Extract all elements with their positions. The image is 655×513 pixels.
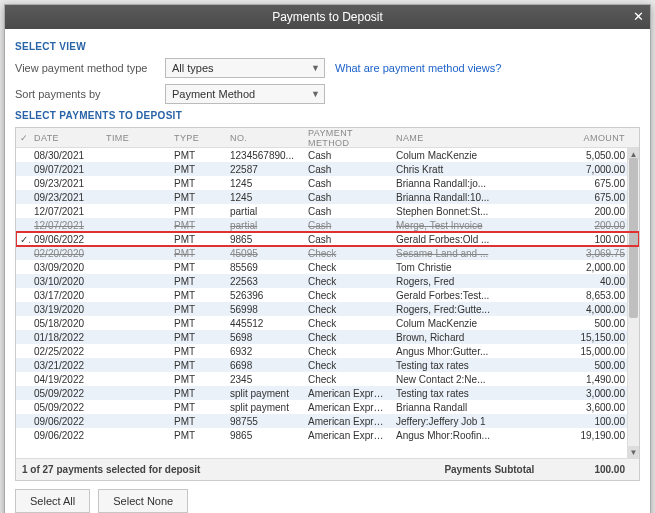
- col-mark[interactable]: ✓: [16, 133, 30, 143]
- scroll-down-icon[interactable]: ▼: [628, 446, 639, 458]
- table-row[interactable]: 03/21/2022PMT6698CheckTesting tax rates5…: [16, 358, 639, 372]
- table-row[interactable]: 02/20/2020PMT45095CheckSesame Land and .…: [16, 246, 639, 260]
- table-row[interactable]: 12/07/2021PMTpartialCashStephen Bonnet:S…: [16, 204, 639, 218]
- table-row[interactable]: 05/18/2020PMT445512CheckColum MacKenzie5…: [16, 316, 639, 330]
- view-method-label: View payment method type: [15, 62, 165, 74]
- table-row[interactable]: 09/06/2022PMT9865American ExpressAngus M…: [16, 428, 639, 442]
- chevron-down-icon: ▼: [311, 89, 320, 99]
- col-time[interactable]: TIME: [102, 133, 170, 143]
- table-row[interactable]: 03/19/2020PMT56998CheckRogers, Fred:Gutt…: [16, 302, 639, 316]
- table-row[interactable]: 04/19/2022PMT2345CheckNew Contact 2:Ne..…: [16, 372, 639, 386]
- select-all-button[interactable]: Select All: [15, 489, 90, 513]
- table-row[interactable]: 02/25/2022PMT6932CheckAngus Mhor:Gutter.…: [16, 344, 639, 358]
- payments-table: ✓ DATE TIME TYPE NO. PAYMENT METHOD NAME…: [15, 127, 640, 481]
- col-type[interactable]: TYPE: [170, 133, 226, 143]
- scrollbar[interactable]: ▲ ▼: [627, 148, 639, 458]
- col-pm[interactable]: PAYMENT METHOD: [304, 128, 392, 148]
- close-icon[interactable]: ✕: [633, 9, 644, 24]
- table-row[interactable]: 09/07/2021PMT22587CashChris Kratt7,000.0…: [16, 162, 639, 176]
- select-view-label: SELECT VIEW: [15, 41, 640, 52]
- payments-to-deposit-dialog: Payments to Deposit ✕ SELECT VIEW View p…: [4, 4, 651, 513]
- dialog-title: Payments to Deposit: [272, 10, 383, 24]
- select-none-button[interactable]: Select None: [98, 489, 188, 513]
- table-row[interactable]: 09/23/2021PMT1245CashBrianna Randall:10.…: [16, 190, 639, 204]
- table-row[interactable]: 03/17/2020PMT526396CheckGerald Forbes:Te…: [16, 288, 639, 302]
- table-row[interactable]: 03/09/2020PMT85569CheckTom Christie2,000…: [16, 260, 639, 274]
- chevron-down-icon: ▼: [311, 63, 320, 73]
- table-footer: 1 of 27 payments selected for deposit Pa…: [16, 458, 639, 480]
- select-payments-label: SELECT PAYMENTS TO DEPOSIT: [15, 110, 640, 121]
- table-header: ✓ DATE TIME TYPE NO. PAYMENT METHOD NAME…: [16, 128, 639, 148]
- view-method-select[interactable]: All types ▼: [165, 58, 325, 78]
- sort-by-label: Sort payments by: [15, 88, 165, 100]
- table-row[interactable]: 03/10/2020PMT22563CheckRogers, Fred40.00: [16, 274, 639, 288]
- titlebar: Payments to Deposit ✕: [5, 5, 650, 29]
- selection-summary: 1 of 27 payments selected for deposit: [22, 464, 200, 475]
- payment-method-views-link[interactable]: What are payment method views?: [335, 62, 501, 74]
- table-row[interactable]: 01/18/2022PMT5698CheckBrown, Richard15,1…: [16, 330, 639, 344]
- table-row[interactable]: 05/09/2022PMTsplit paymentAmerican Expre…: [16, 386, 639, 400]
- subtotal-label: Payments Subtotal: [444, 464, 534, 475]
- table-row[interactable]: 09/23/2021PMT1245CashBrianna Randall:jo.…: [16, 176, 639, 190]
- table-row[interactable]: 08/30/2021PMT1234567890...CashColum MacK…: [16, 148, 639, 162]
- view-method-value: All types: [172, 62, 214, 74]
- col-amount[interactable]: AMOUNT: [510, 133, 639, 143]
- table-row[interactable]: 09/06/2022PMT98755American ExpressJeffer…: [16, 414, 639, 428]
- table-row[interactable]: 12/07/2021PMTpartialCashMerge, Test Invo…: [16, 218, 639, 232]
- col-no[interactable]: NO.: [226, 133, 304, 143]
- subtotal-amount: 100.00: [594, 464, 625, 475]
- col-date[interactable]: DATE: [30, 133, 102, 143]
- col-name[interactable]: NAME: [392, 133, 510, 143]
- table-row[interactable]: 05/09/2022PMTsplit paymentAmerican Expre…: [16, 400, 639, 414]
- sort-by-select[interactable]: Payment Method ▼: [165, 84, 325, 104]
- table-row[interactable]: ✓09/06/2022PMT9865CashGerald Forbes:Old …: [16, 232, 639, 246]
- rows-container: 08/30/2021PMT1234567890...CashColum MacK…: [16, 148, 639, 442]
- sort-by-value: Payment Method: [172, 88, 255, 100]
